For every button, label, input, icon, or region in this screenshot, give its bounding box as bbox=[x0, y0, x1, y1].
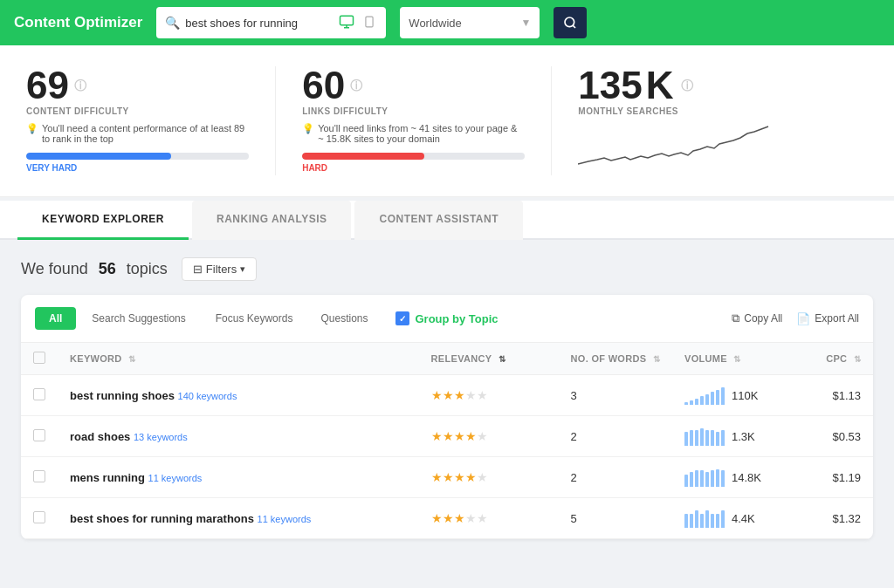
sort-volume-icon[interactable]: ⇅ bbox=[733, 354, 740, 364]
sub-tab-search-suggestions[interactable]: Search Suggestions bbox=[78, 307, 199, 330]
row-relevancy-cell: ★★★★★ bbox=[419, 457, 559, 498]
table-header-row: KEYWORD ⇅ RELEVANCY ⇅ NO. OF WORDS ⇅ VOL… bbox=[21, 343, 873, 375]
vol-bar bbox=[690, 472, 693, 487]
monitor-icon-btn[interactable] bbox=[337, 12, 356, 34]
vol-bar bbox=[721, 510, 725, 528]
keyword-name: best running shoes bbox=[70, 389, 175, 402]
vol-bar bbox=[700, 428, 704, 446]
vol-bar bbox=[711, 470, 714, 487]
vol-bar bbox=[695, 430, 698, 446]
svg-point-5 bbox=[565, 17, 574, 27]
table-container: All Search Suggestions Focus Keywords Qu… bbox=[21, 295, 873, 539]
star-1: ★ bbox=[431, 429, 443, 443]
tab-ranking-analysis[interactable]: Ranking Analysis bbox=[192, 201, 351, 240]
app-header: Content Optimizer 🔍 Worldwide ▼ bbox=[0, 0, 894, 45]
filters-button[interactable]: ⊟ Filters ▾ bbox=[182, 257, 257, 281]
group-by-checkbox[interactable]: ✓ bbox=[395, 311, 409, 325]
th-volume: VOLUME ⇅ bbox=[672, 343, 786, 375]
group-by-container[interactable]: ✓ Group by Topic bbox=[395, 311, 498, 325]
keyword-name: mens running bbox=[70, 471, 145, 484]
volume-bars bbox=[684, 509, 725, 528]
row-checkbox[interactable] bbox=[33, 470, 45, 482]
vol-bar bbox=[700, 396, 704, 405]
row-cpc-cell: $1.13 bbox=[786, 375, 873, 416]
vol-bar bbox=[711, 392, 714, 405]
links-difficulty-desc: 💡 You'll need links from ~ 41 sites to y… bbox=[302, 123, 525, 144]
links-difficulty-metric: 60 ⓘ LINKS DIFFICULTY 💡 You'll need link… bbox=[275, 66, 551, 175]
vol-bar bbox=[716, 390, 719, 405]
th-relevancy: RELEVANCY ⇅ bbox=[419, 343, 559, 375]
keyword-count: 140 keywords bbox=[178, 391, 237, 401]
copy-icon: ⧉ bbox=[732, 311, 739, 325]
group-by-label: Group by Topic bbox=[415, 312, 498, 325]
row-relevancy-cell: ★★★★★ bbox=[419, 498, 559, 539]
row-checkbox[interactable] bbox=[33, 511, 45, 523]
ld-info-icon[interactable]: ⓘ bbox=[350, 79, 362, 92]
row-keyword-cell: road shoes 13 keywords bbox=[58, 416, 419, 457]
table-row: road shoes 13 keywords ★★★★★ 2 1.3K $0.5… bbox=[21, 416, 873, 457]
table-row: best shoes for running marathons 11 keyw… bbox=[21, 498, 873, 539]
mobile-icon-btn[interactable] bbox=[361, 12, 377, 34]
search-input[interactable] bbox=[185, 17, 332, 30]
content-difficulty-desc: 💡 You'll need a content performance of a… bbox=[26, 123, 249, 144]
tab-keyword-explorer[interactable]: KEYWORD EXPLORER bbox=[17, 201, 189, 240]
content-area: We found 56 topics ⊟ Filters ▾ All Searc… bbox=[0, 240, 894, 588]
row-checkbox-cell bbox=[21, 498, 58, 539]
filter-icon: ⊟ bbox=[193, 263, 203, 276]
ld-progress-label: HARD bbox=[302, 163, 525, 173]
keyword-name: best shoes for running bbox=[70, 512, 196, 525]
tab-content-assistant[interactable]: Content Assistant bbox=[354, 201, 523, 240]
sort-keyword-icon[interactable]: ⇅ bbox=[128, 354, 135, 364]
sort-cpc-icon[interactable]: ⇅ bbox=[854, 354, 861, 364]
row-words-cell: 5 bbox=[559, 498, 672, 539]
star-3: ★ bbox=[454, 429, 465, 443]
copy-all-button[interactable]: ⧉ Copy All bbox=[732, 311, 782, 325]
vol-bar bbox=[695, 510, 698, 528]
sub-tab-focus-keywords[interactable]: Focus Keywords bbox=[202, 307, 307, 330]
row-relevancy-cell: ★★★★★ bbox=[419, 416, 559, 457]
monthly-searches-label: MONTHLY SEARCHES bbox=[578, 106, 868, 116]
star-5: ★ bbox=[477, 429, 488, 443]
row-volume-cell: 14.8K bbox=[672, 457, 786, 497]
volume-bars bbox=[684, 386, 725, 405]
keyword-count: 11 keywords bbox=[258, 514, 312, 524]
keywords-table: KEYWORD ⇅ RELEVANCY ⇅ NO. OF WORDS ⇅ VOL… bbox=[21, 343, 873, 539]
vol-bar bbox=[695, 470, 698, 487]
th-checkbox bbox=[21, 343, 58, 375]
vol-bar bbox=[700, 514, 704, 528]
sort-words-icon[interactable]: ⇅ bbox=[653, 354, 660, 364]
keyword-name: road shoes bbox=[70, 430, 130, 443]
star-1: ★ bbox=[431, 511, 443, 525]
header-checkbox[interactable] bbox=[33, 352, 45, 364]
sub-tab-questions[interactable]: Questions bbox=[308, 307, 380, 330]
vol-bar bbox=[690, 430, 693, 446]
cd-info-icon[interactable]: ⓘ bbox=[74, 79, 86, 92]
bulb-icon-cd: 💡 bbox=[26, 123, 38, 134]
vol-bar bbox=[705, 430, 709, 446]
topics-header: We found 56 topics ⊟ Filters ▾ bbox=[21, 257, 873, 281]
ms-info-icon[interactable]: ⓘ bbox=[681, 79, 693, 92]
row-checkbox-cell bbox=[21, 457, 58, 498]
row-checkbox[interactable] bbox=[33, 388, 45, 400]
row-checkbox[interactable] bbox=[33, 429, 45, 441]
vol-bar bbox=[721, 387, 725, 405]
vol-bar bbox=[721, 470, 725, 487]
export-all-label: Export All bbox=[815, 312, 859, 325]
vol-bar bbox=[684, 475, 688, 487]
export-all-button[interactable]: 📄 Export All bbox=[796, 312, 859, 325]
sparkline-chart bbox=[578, 125, 868, 175]
metrics-row: 69 ⓘ CONTENT DIFFICULTY 💡 You'll need a … bbox=[0, 45, 894, 197]
keyword-count: 13 keywords bbox=[134, 432, 188, 442]
sub-tab-all[interactable]: All bbox=[35, 307, 76, 330]
star-1: ★ bbox=[431, 470, 443, 484]
monthly-searches-metric: 135K ⓘ MONTHLY SEARCHES bbox=[551, 66, 868, 175]
star-2: ★ bbox=[443, 470, 454, 484]
app-title: Content Optimizer bbox=[14, 14, 142, 31]
sort-relevancy-icon[interactable]: ⇅ bbox=[499, 354, 505, 364]
star-2: ★ bbox=[443, 388, 454, 402]
topics-suffix: topics bbox=[127, 260, 168, 278]
search-button[interactable] bbox=[554, 7, 587, 38]
row-volume-cell: 4.4K bbox=[672, 498, 786, 538]
vol-bar bbox=[705, 394, 709, 405]
row-checkbox-cell bbox=[21, 416, 58, 457]
